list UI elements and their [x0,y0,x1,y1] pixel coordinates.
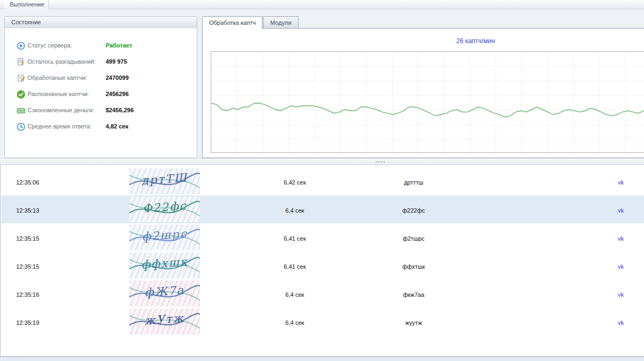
status-item-label: Обработаные каптчи: [27,74,87,81]
captcha-log-table: 12:35:06дртТШ6,42 секдртттшvk12:35:13Ф22… [0,165,644,357]
row-source-link[interactable]: vk [609,179,633,186]
row-source-link[interactable]: vk [609,263,633,270]
table-row[interactable]: 12:35:06дртТШ6,42 секдртттшvk [1,167,644,195]
chart-title: 26 каптч/мин [203,37,644,45]
captcha-image: ф2шрс [129,224,200,250]
row-time: 12:35:15 [16,263,39,270]
status-item-6: Среднее время ответа:4,82 сек [5,121,197,132]
recognized-icon [17,90,25,99]
status-item-5: Сэкономленные деньги:$2456,296 [5,105,197,116]
status-item-value: 4,82 сек [106,123,128,130]
table-row[interactable]: 12:35:19жУтж6,4 секжуутжvk [1,308,644,336]
captcha-image: жУтж [129,309,200,335]
tab-modules[interactable]: Модули [263,16,298,29]
row-answer: жуутж [372,319,455,326]
status-item-label: Статус сервера: [27,42,72,49]
row-source-link[interactable]: vk [609,235,633,242]
row-duration: 6,41 сек [246,235,343,242]
row-source-link[interactable]: vk [609,319,633,326]
horizontal-splitter[interactable] [0,158,644,165]
row-answer: ффхтшк [372,263,455,270]
captcha-image: фЖ7а [129,281,200,306]
row-source-link[interactable]: vk [609,207,633,214]
play-icon [17,42,25,50]
row-source-link[interactable]: vk [609,291,633,298]
row-duration: 6,4 сек [246,207,343,214]
clock-icon [17,122,25,131]
status-panel: Состояние Статус сервера:РаботаетОсталос… [4,16,197,158]
row-answer: ф2тшрс [372,235,455,242]
right-tab-strip: Обработка каптчМодули [202,16,299,29]
row-answer: ф222фс [372,207,455,214]
status-item-3: Обработаные каптчи:2470099 [5,73,197,84]
status-item-value: $2456,296 [106,107,134,113]
status-item-value: 2456296 [106,91,129,97]
row-time: 12:35:06 [16,179,39,186]
top-tab-strip: Выполнение [0,0,644,9]
tab-captcha-processing[interactable]: Обработка каптч [202,16,262,29]
row-duration: 6,4 сек [246,319,343,326]
table-row[interactable]: 12:35:16фЖ7а6,4 секфкж7ааvk [1,280,644,308]
status-item-label: Распознанные каптчи: [27,91,89,97]
captcha-image: Ф22фс [129,196,200,222]
tab-execution[interactable]: Выполнение [4,0,49,9]
table-row[interactable]: 12:35:15ффхшк6,41 секффхтшкvk [1,251,644,280]
captcha-rate-chart [211,51,644,153]
captcha-image: ффхшк [129,253,200,278]
processed-icon [17,74,25,83]
status-item-2: Осталось разгадываний:499 975 [5,57,197,67]
status-item-value: 499 975 [106,58,127,65]
row-duration: 6,42 сек [246,179,343,186]
status-item-label: Среднее время ответа: [27,123,92,130]
row-time: 12:35:15 [16,235,39,242]
status-panel-title: Состояние [5,17,197,28]
captcha-image: дртТШ [129,168,200,194]
row-duration: 6,4 сек [246,291,343,298]
main-window: Выполнение Состояние Статус сервера:Рабо… [0,0,644,361]
chart-canvas [211,52,644,152]
status-item-label: Сэкономленные деньги: [27,107,94,113]
row-answer: фкж7аа [372,291,455,298]
status-item-value: Работает [106,42,132,49]
bottom-border-strip [0,357,644,361]
money-icon [17,106,25,115]
row-duration: 6,41 сек [246,263,343,270]
splitter-grip-icon [376,161,385,162]
table-row[interactable]: 12:35:13Ф22фс6,4 секф222фсvk [1,195,644,223]
captcha-processing-panel: 26 каптч/мин [202,28,644,158]
table-row[interactable]: 12:35:15ф2шрс6,41 секф2тшрсvk [1,223,644,251]
status-item-value: 2470099 [106,74,129,81]
row-time: 12:35:13 [16,207,39,214]
queue-icon [17,58,25,66]
row-time: 12:35:16 [16,291,39,298]
status-item-1: Статус сервера:Работает [5,40,197,51]
status-item-4: Распознанные каптчи:2456296 [5,89,197,100]
row-answer: дртттш [372,179,455,186]
status-item-label: Осталось разгадываний: [27,58,96,65]
row-time: 12:35:19 [16,319,39,326]
